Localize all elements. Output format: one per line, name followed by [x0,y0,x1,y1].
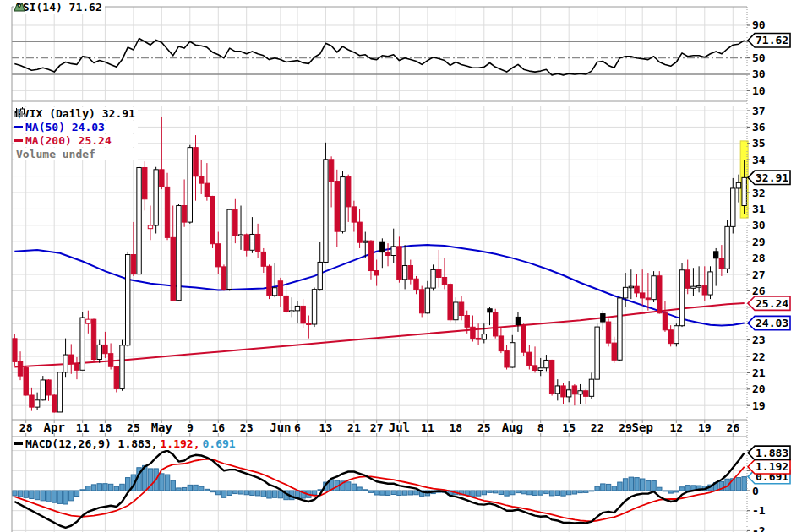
macd-line-icon [14,442,23,445]
y-axis-tick-label: 32 [752,187,766,199]
ma200-label: MA(200) 25.24 [25,134,112,147]
price-legend: $VIX (Daily) 32.91 MA(50) 24.03 MA(200) … [14,107,138,160]
y-axis-tick-label: 30 [752,68,766,80]
macd-signal-callout: 1.192 [756,460,788,473]
ma50-label: MA(50) 24.03 [25,121,105,133]
rsi-value-callout: 71.62 [756,34,788,46]
y-axis-tick-label: 31 [752,203,766,215]
macd-legend: MACD(12,26,9) 1.883, 1.192, 0.691 [14,437,238,450]
y-axis-tick-label: 10 [752,84,766,97]
y-axis-tick-label: 21 [752,366,766,379]
rsi-legend: RSI(14) 71.62 [14,1,105,14]
ma50-line-icon [14,126,23,128]
close-value-callout: 32.91 [756,171,788,184]
symbol-label: $VIX (Daily) 32.91 [16,107,135,120]
ma200-value-callout: 25.24 [756,297,788,310]
y-axis-tick-label: 37 [752,105,766,117]
chart-plot-area[interactable] [12,7,747,532]
stockchart-svg: 28Apr111825May91623Jun6132127Jul111825Au… [0,0,791,532]
y-axis-tick-label: 26 [752,285,766,297]
stockchart-window: 28Apr111825May91623Jun6132127Jul111825Au… [0,0,791,532]
y-axis-tick-label: 30 [752,219,766,231]
y-axis-tick-label: 36 [752,121,766,133]
y-axis-tick-label: 90 [752,19,766,31]
y-axis-tick-label: 0 [752,485,759,497]
y-axis-tick-label: -1 [752,504,766,517]
ma200-line-icon [14,139,23,142]
y-axis-tick-label: 27 [752,269,766,281]
y-axis-tick-label: 22 [752,350,766,363]
y-axis-tick-label: 29 [752,236,766,248]
macd-signal-value: 1.192, [161,437,200,450]
y-axis-tick-label: 50 [752,52,766,64]
macd-label: MACD(12,26,9) 1.883, [25,437,158,450]
y-axis-tick-label: 28 [752,252,766,264]
y-axis-tick-label: 34 [752,154,766,166]
volume-label: Volume undef [16,148,95,160]
y-axis-tick-label: 35 [752,137,766,149]
y-axis-tick-label: 23 [752,334,766,346]
y-axis-tick-label: -2 [752,524,766,532]
rsi-legend-label: RSI(14) 71.62 [16,1,102,14]
macd-value-callout: 1.883 [756,447,788,459]
y-axis-tick-label: 19 [752,399,766,412]
y-axis-tick-label: 20 [752,383,766,395]
ma50-value-callout: 24.03 [756,317,788,329]
macd-hist-value: 0.691 [203,437,236,450]
